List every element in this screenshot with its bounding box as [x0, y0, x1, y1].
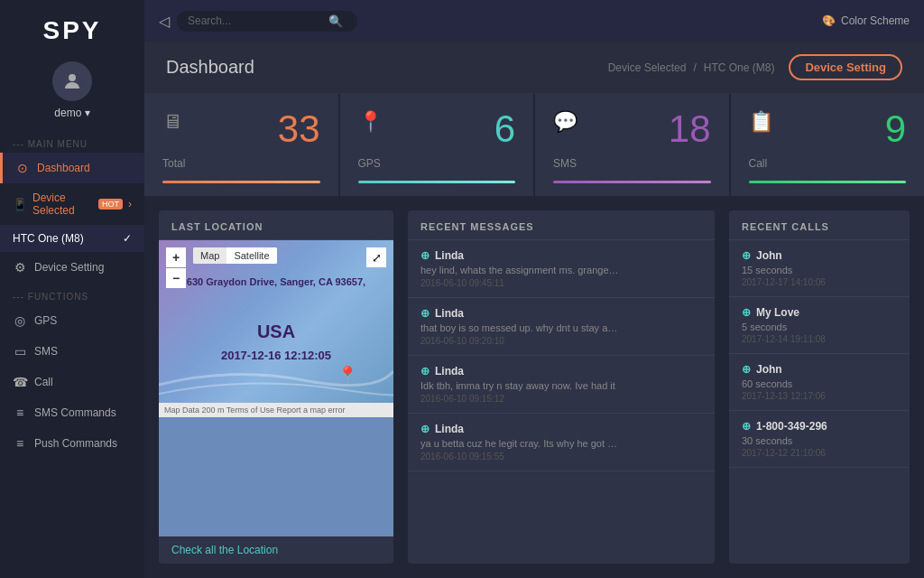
total-label: Total — [162, 157, 320, 170]
call-icon: ☎ — [13, 375, 27, 389]
hot-badge: HOT — [98, 199, 123, 210]
last-location-header: LAST LOCATION — [159, 210, 393, 240]
recent-calls-header: RECENT CALLS — [729, 210, 910, 240]
device-setting-button[interactable]: Device Setting — [789, 54, 902, 80]
username: demo ▾ — [54, 107, 89, 119]
map-pin-icon: 📍 — [337, 365, 357, 385]
list-item[interactable]: ⊕Linda hey lind, whats the assignment ms… — [408, 240, 715, 298]
functions-label: --- FUNCTIONS — [0, 283, 144, 305]
search-box: 🔍 — [177, 11, 357, 32]
dashboard-icon: ⊙ — [15, 161, 30, 175]
recent-messages-panel: RECENT MESSAGES ⊕Linda hey lind, whats t… — [408, 210, 715, 564]
stats-row: 🖥 33 Total 📍 6 GPS 💬 18 SMS 📋 — [144, 94, 924, 196]
gear-icon: ⚙ — [13, 260, 27, 275]
page-title: Dashboard — [166, 57, 254, 78]
map-container: + − Map Satellite ⤢ 630 Graydon Drive, S… — [159, 240, 393, 536]
gps-bar — [358, 181, 516, 183]
main-menu-label: --- MAIN MENU — [0, 130, 144, 153]
contact-icon: ⊕ — [420, 307, 430, 320]
checkmark-icon: ✓ — [123, 232, 132, 245]
map-address: 630 Graydon Drive, Sanger, CA 93657, — [159, 276, 393, 287]
contact-icon: ⊕ — [742, 306, 751, 319]
sms-commands-icon: ≡ — [13, 406, 27, 420]
search-icon: 🔍 — [328, 14, 343, 28]
sms-bar — [553, 181, 711, 183]
map-datetime: 2017-12-16 12:12:05 — [159, 349, 393, 362]
stat-card-sms: 💬 18 SMS — [535, 94, 729, 196]
sms-value: 18 — [669, 110, 711, 148]
phone-icon: 📱 — [13, 198, 27, 211]
call-label: Call — [749, 157, 907, 170]
contact-icon: ⊕ — [742, 420, 751, 433]
topbar-right: 🎨 Color Scheme — [822, 14, 910, 27]
map-view-button[interactable]: Map — [193, 247, 226, 264]
stat-card-total: 🖥 33 Total — [144, 94, 338, 196]
location-icon: 📍 — [358, 110, 383, 134]
sidebar-item-call[interactable]: ☎ Call — [0, 367, 144, 397]
map-footer: Map Data 200 m Terms of Use Report a map… — [159, 403, 393, 417]
total-bar — [162, 181, 320, 183]
recent-calls-panel: RECENT CALLS ⊕John 15 seconds 2017-12-17… — [729, 210, 910, 564]
user-avatar-section: demo ▾ — [0, 54, 144, 130]
contact-icon: ⊕ — [742, 249, 751, 262]
sidebar: SPY demo ▾ --- MAIN MENU ⊙ Dashboard 📱 D… — [0, 0, 144, 578]
list-item[interactable]: ⊕John 60 seconds 2017-12-13 12:17:06 — [729, 354, 910, 411]
sidebar-item-push-commands[interactable]: ≡ Push Commands — [0, 428, 144, 459]
search-input[interactable] — [188, 14, 323, 27]
color-wheel-icon: 🎨 — [822, 14, 836, 27]
sms-icon: ▭ — [13, 344, 27, 359]
check-location-link[interactable]: Check all the Location — [159, 536, 393, 564]
satellite-view-button[interactable]: Satellite — [226, 247, 276, 264]
app-logo: SPY — [0, 0, 144, 54]
sidebar-item-gps[interactable]: ◎ GPS — [0, 305, 144, 336]
fullscreen-button[interactable]: ⤢ — [366, 247, 386, 267]
stat-card-gps: 📍 6 GPS — [340, 94, 534, 196]
gps-label: GPS — [358, 157, 516, 170]
list-item[interactable]: ⊕Linda that boy is so messed up. why dnt… — [408, 298, 715, 356]
stat-card-call: 📋 9 Call — [731, 94, 925, 196]
sidebar-item-device-selected[interactable]: 📱 Device Selected HOT › — [0, 183, 144, 225]
list-item[interactable]: ⊕My Love 5 seconds 2017-12-14 19:11:08 — [729, 297, 910, 354]
map-type-buttons: Map Satellite — [193, 247, 277, 264]
map-country: USA — [159, 322, 393, 342]
main-content: ◁ 🔍 🎨 Color Scheme Dashboard Device Sele… — [144, 0, 924, 578]
total-value: 33 — [278, 110, 320, 148]
list-item[interactable]: ⊕Linda ya u betta cuz he legit cray. Its… — [408, 414, 715, 471]
last-location-panel: LAST LOCATION + − Map Satellite — [159, 210, 393, 564]
back-button[interactable]: ◁ — [159, 13, 170, 30]
contact-icon: ⊕ — [420, 249, 430, 262]
content-panels: LAST LOCATION + − Map Satellite — [144, 196, 924, 578]
call-value: 9 — [885, 110, 906, 148]
push-commands-icon: ≡ — [13, 436, 27, 451]
breadcrumb: Device Selected / HTC One (M8) — [608, 61, 775, 74]
call-bar — [749, 181, 907, 183]
topbar-left: ◁ 🔍 — [159, 11, 357, 32]
sidebar-item-sms-commands[interactable]: ≡ SMS Commands — [0, 397, 144, 428]
list-item[interactable]: ⊕Linda Idk tbh, imma try n stay away now… — [408, 356, 715, 414]
svg-point-0 — [69, 74, 76, 81]
page-header: Dashboard Device Selected / HTC One (M8)… — [144, 42, 924, 94]
call-stat-icon: 📋 — [749, 110, 773, 134]
topbar: ◁ 🔍 🎨 Color Scheme — [144, 0, 924, 42]
gps-value: 6 — [494, 110, 515, 148]
contact-icon: ⊕ — [420, 423, 430, 435]
gps-icon: ◎ — [13, 313, 27, 328]
sidebar-item-sms[interactable]: ▭ SMS — [0, 336, 144, 367]
monitor-icon: 🖥 — [162, 110, 182, 134]
list-item[interactable]: ⊕1-800-349-296 30 seconds 2017-12-12 21:… — [729, 411, 910, 468]
contact-icon: ⊕ — [742, 363, 751, 376]
map-background: + − Map Satellite ⤢ 630 Graydon Drive, S… — [159, 240, 393, 403]
message-icon: 💬 — [553, 110, 578, 134]
sms-label: SMS — [553, 157, 711, 170]
recent-messages-header: RECENT MESSAGES — [408, 210, 715, 240]
chevron-right-icon: › — [128, 198, 132, 210]
contact-icon: ⊕ — [420, 365, 430, 378]
avatar — [52, 61, 92, 101]
zoom-in-button[interactable]: + — [166, 247, 186, 267]
sidebar-item-dashboard[interactable]: ⊙ Dashboard — [0, 153, 144, 183]
list-item[interactable]: ⊕John 15 seconds 2017-12-17 14:10:06 — [729, 240, 910, 297]
sidebar-item-device-setting[interactable]: ⚙ Device Setting — [0, 252, 144, 283]
sidebar-item-device-name[interactable]: HTC One (M8) ✓ — [0, 225, 144, 252]
